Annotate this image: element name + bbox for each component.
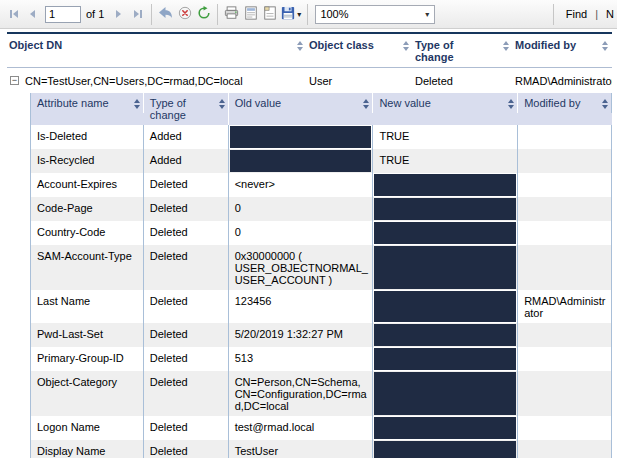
old-value-text: 123456 xyxy=(235,295,272,307)
attribute-name-text: Is-Recycled xyxy=(37,154,94,166)
attribute-name-text: Logon Name xyxy=(37,421,100,433)
sort-object-dn-icon[interactable] xyxy=(297,39,303,51)
old-value-text: TestUser xyxy=(235,445,278,457)
sort-new-value-icon[interactable] xyxy=(508,97,514,109)
back-to-parent-button[interactable] xyxy=(156,4,175,24)
column-header-attr-type-of-change: Type of change xyxy=(144,93,229,125)
type-of-change-cell: Deleted xyxy=(144,347,229,371)
type-of-change-cell: Added xyxy=(144,149,229,173)
collapse-toggle[interactable]: − xyxy=(10,76,19,85)
type-of-change-cell: Added xyxy=(144,125,229,149)
last-page-button[interactable] xyxy=(128,4,147,24)
zoom-dropdown-arrow-icon: ▾ xyxy=(420,10,434,19)
new-value-cell: TRUE xyxy=(373,149,518,173)
type-of-change-cell: Deleted xyxy=(144,245,229,290)
toolbar-separator xyxy=(553,4,554,25)
find-button[interactable]: Find xyxy=(566,8,587,20)
sort-old-value-icon[interactable] xyxy=(363,97,369,109)
print-button[interactable] xyxy=(222,4,241,24)
page-number-input[interactable] xyxy=(45,6,81,23)
sort-attribute-name-icon[interactable] xyxy=(134,97,140,109)
sort-object-class-icon[interactable] xyxy=(403,39,409,51)
old-value-cell: 513 xyxy=(229,347,374,371)
empty-value-block xyxy=(374,291,516,322)
modified-by-cell xyxy=(518,173,612,197)
new-value-cell xyxy=(373,416,518,440)
new-value-cell xyxy=(373,173,518,197)
attribute-row: Logon Name Deleted test@rmad.local xyxy=(31,416,612,440)
new-value-cell xyxy=(373,245,518,290)
empty-value-block xyxy=(374,417,516,439)
new-value-cell xyxy=(373,371,518,416)
object-modified-by-value: RMAD\Administrator xyxy=(513,75,612,87)
previous-page-icon xyxy=(30,10,35,18)
next-page-button[interactable] xyxy=(109,4,128,24)
empty-value-block xyxy=(374,174,516,196)
zoom-value: 100% xyxy=(316,8,420,20)
attribute-row: Is-Deleted Added TRUE xyxy=(31,125,612,149)
empty-value-block xyxy=(374,246,516,289)
type-of-change-cell: Deleted xyxy=(144,290,229,323)
modified-by-cell xyxy=(518,440,612,458)
find-next-button[interactable]: N xyxy=(606,8,614,20)
export-save-icon xyxy=(281,6,295,23)
sort-type-of-change-icon[interactable] xyxy=(503,39,509,51)
attribute-name-cell: Primary-Group-ID xyxy=(31,347,144,371)
empty-value-block xyxy=(230,126,372,148)
new-value-cell xyxy=(373,347,518,371)
stop-button[interactable] xyxy=(175,4,194,24)
type-of-change-text: Deleted xyxy=(150,295,188,307)
sort-attr-type-of-change-icon[interactable] xyxy=(219,97,225,109)
stop-icon xyxy=(178,6,192,23)
back-arrow-icon xyxy=(158,6,173,22)
report-area: Object DN Object class Type of change Mo… xyxy=(0,32,617,458)
attribute-name-cell: Country-Code xyxy=(31,221,144,245)
page-count-label: of 1 xyxy=(86,8,104,20)
type-of-change-cell: Deleted xyxy=(144,440,229,458)
old-value-text: 0 xyxy=(235,202,241,214)
page-setup-button[interactable] xyxy=(260,4,279,24)
modified-by-text: RMAD\Administrator xyxy=(524,295,605,319)
column-header-attr-modified-by: Modified by xyxy=(518,93,612,113)
report-header-row: Object DN Object class Type of change Mo… xyxy=(7,34,612,68)
toolbar-separator xyxy=(217,4,218,25)
old-value-cell: 5/20/2019 1:32:27 PM xyxy=(229,323,374,347)
old-value-text: 0 xyxy=(235,226,241,238)
attribute-name-text: Is-Deleted xyxy=(37,130,87,142)
toolbar-separator xyxy=(307,4,308,25)
attribute-row: Country-Code Deleted 0 xyxy=(31,221,612,245)
modified-by-cell: RMAD\Administrator xyxy=(518,290,612,323)
new-value-cell xyxy=(373,197,518,221)
old-value-cell: <never> xyxy=(229,173,374,197)
old-value-cell xyxy=(229,149,374,173)
type-of-change-text: Deleted xyxy=(150,202,188,214)
find-controls: Find | N xyxy=(549,4,615,25)
export-button[interactable]: ▾ xyxy=(279,4,303,24)
attribute-name-text: Object-Category xyxy=(37,376,117,388)
previous-page-button[interactable] xyxy=(23,4,42,24)
modified-by-cell xyxy=(518,371,612,416)
type-of-change-cell: Deleted xyxy=(144,173,229,197)
first-page-button[interactable] xyxy=(4,4,23,24)
column-header-old-value: Old value xyxy=(229,93,374,113)
column-header-modified-by: Modified by xyxy=(513,38,612,52)
old-value-cell: 0 xyxy=(229,221,374,245)
type-of-change-text: Added xyxy=(150,154,182,166)
new-value-text: TRUE xyxy=(379,154,409,166)
old-value-text: 5/20/2019 1:32:27 PM xyxy=(235,328,343,340)
attribute-table: Attribute name Type of change Old value … xyxy=(30,93,612,458)
old-value-cell: 0 xyxy=(229,197,374,221)
zoom-select[interactable]: 100% ▾ xyxy=(315,5,435,24)
attribute-row: Code-Page Deleted 0 xyxy=(31,197,612,221)
column-header-object-class: Object class xyxy=(307,38,413,52)
sort-attr-modified-by-icon[interactable] xyxy=(602,97,608,109)
empty-value-block xyxy=(374,372,516,415)
new-value-cell xyxy=(373,221,518,245)
old-value-text: test@rmad.local xyxy=(235,421,315,433)
print-layout-button[interactable] xyxy=(241,4,260,24)
sort-modified-by-icon[interactable] xyxy=(602,39,608,51)
attribute-name-text: Pwd-Last-Set xyxy=(37,328,103,340)
refresh-button[interactable] xyxy=(194,4,213,24)
report-toolbar: of 1 ▾ xyxy=(0,0,617,29)
old-value-text: <never> xyxy=(235,178,275,190)
